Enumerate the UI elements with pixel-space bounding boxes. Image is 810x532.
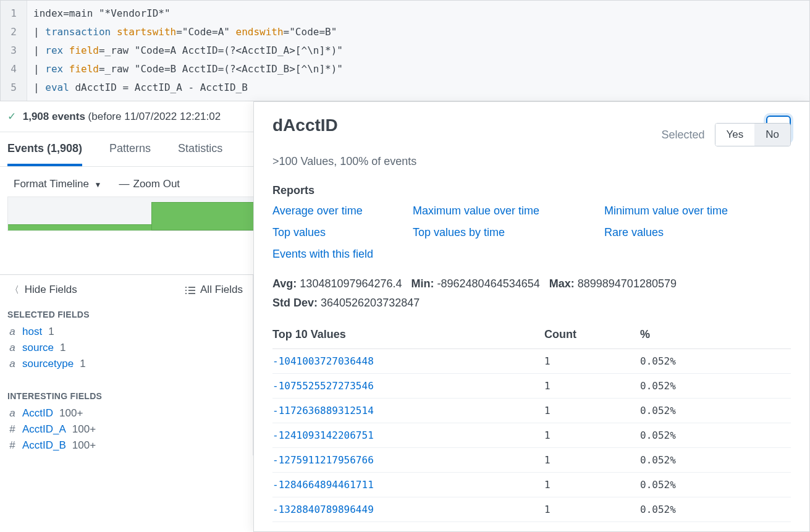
field-type-icon: a [7,342,17,354]
top10-header: Top 10 Values Count % [272,328,791,349]
selected-label: Selected [661,129,704,141]
zoom-out-button[interactable]: —Zoom Out [119,178,180,190]
field-row-host[interactable]: ahost1 [7,326,245,338]
value-percent: 0.052% [640,429,791,441]
tab-statistics[interactable]: Statistics [178,142,222,166]
value-count: 1 [544,429,640,441]
field-type-icon: a [7,358,17,370]
field-row-AcctID_B[interactable]: #AcctID_B100+ [7,439,245,452]
value-row: -132884078989644910.052% [272,497,791,522]
field-count: 1 [60,342,65,354]
tab-events[interactable]: Events (1,908) [7,142,82,166]
field-type-icon: a [7,326,17,338]
value-count: 1 [544,405,640,416]
stats-line: Avg: 130481097964276.4 Min: -89624804645… [272,274,791,312]
popover-subtitle: >100 Values, 100% of events [272,155,791,168]
format-timeline-button[interactable]: Format Timeline ▼ [14,178,102,190]
selected-toggle: Yes No [715,123,791,146]
value-link[interactable]: -1041003727036448 [272,355,544,367]
value-row: -104100372703644810.052% [272,349,791,374]
chevron-left-icon: 〈 [10,284,19,295]
field-count: 1 [48,326,54,338]
list-icon [185,286,195,295]
value-row: -117263688931251410.052% [272,399,791,423]
field-count: 1 [80,358,85,370]
value-link[interactable]: -1241093142206751 [272,429,544,441]
field-row-AcctID_A[interactable]: #AcctID_A100+ [7,423,245,436]
interesting-fields-title: INTERESTING FIELDS [7,391,245,401]
value-percent: 0.052% [640,380,791,392]
value-percent: 0.052% [640,355,791,367]
selected-yes-button[interactable]: Yes [715,124,755,146]
value-count: 1 [544,454,640,466]
popover-title: dAcctID [272,116,338,135]
field-type-icon: # [7,423,17,436]
value-link[interactable]: -1075525527273546 [272,380,544,392]
value-percent: 0.052% [640,504,791,515]
fields-panel: 〈 Hide Fields All Fields SELECTED FIELDS… [0,275,253,455]
minus-icon: — [119,178,130,190]
reports-title: Reports [272,184,791,197]
value-count: 1 [544,355,640,367]
values-list: -104100372703644810.052%-107552552727354… [272,349,791,522]
field-name[interactable]: AcctID_A [22,423,66,436]
selected-fields-title: SELECTED FIELDS [7,310,245,319]
event-count: 1,908 events [23,111,85,122]
value-row: -127591121795676610.052% [272,448,791,473]
tab-patterns[interactable]: Patterns [109,142,151,166]
value-percent: 0.052% [640,405,791,416]
search-editor[interactable]: 12345 index=main "*VendorID*"| transacti… [0,0,810,101]
field-row-source[interactable]: asource1 [7,342,245,354]
check-icon: ✓ [7,111,16,122]
report-link[interactable]: Average over time [272,205,413,217]
field-name[interactable]: AcctID_B [22,439,66,452]
field-count: 100+ [72,423,96,436]
field-type-icon: a [7,407,17,420]
search-code[interactable]: index=main "*VendorID*"| transaction sta… [27,1,809,101]
value-row: -124109314220675110.052% [272,423,791,448]
reports-grid: Average over timeMaximum value over time… [272,205,791,261]
field-name[interactable]: sourcetype [22,358,74,370]
field-row-sourcetype[interactable]: asourcetype1 [7,358,245,370]
value-link[interactable]: -1328840789896449 [272,504,544,515]
report-link[interactable]: Top values [272,226,413,239]
report-link[interactable]: Maximum value over time [413,205,604,217]
report-link[interactable]: Minimum value over time [604,205,791,217]
field-type-icon: # [7,439,17,452]
report-link[interactable]: Top values by time [413,226,604,239]
caret-down-icon: ▼ [95,180,102,189]
value-row: -128466489446171110.052% [272,473,791,497]
value-count: 1 [544,479,640,491]
value-link[interactable]: -1172636889312514 [272,405,544,416]
status-suffix: (before 11/07/2022 12:21:02 [85,111,221,122]
value-link[interactable]: -1275911217956766 [272,454,544,466]
value-percent: 0.052% [640,479,791,491]
value-count: 1 [544,504,640,515]
field-count: 100+ [72,439,96,452]
field-name[interactable]: AcctID [22,407,53,420]
field-count: 100+ [59,407,83,420]
report-link[interactable]: Events with this field [272,248,413,261]
hide-fields-button[interactable]: 〈 Hide Fields [10,284,77,296]
value-row: -107552552727354610.052% [272,374,791,399]
value-count: 1 [544,380,640,392]
field-row-AcctID[interactable]: aAcctID100+ [7,407,245,420]
all-fields-button[interactable]: All Fields [185,284,243,296]
report-link[interactable]: Rare values [604,226,791,239]
value-link[interactable]: -1284664894461711 [272,479,544,491]
line-gutter: 12345 [1,1,27,101]
field-details-popover: dAcctID Selected Yes No >100 Values, 100… [253,101,810,532]
field-name[interactable]: host [22,326,42,338]
field-name[interactable]: source [22,342,54,354]
selected-no-button[interactable]: No [754,124,790,146]
value-percent: 0.052% [640,454,791,466]
